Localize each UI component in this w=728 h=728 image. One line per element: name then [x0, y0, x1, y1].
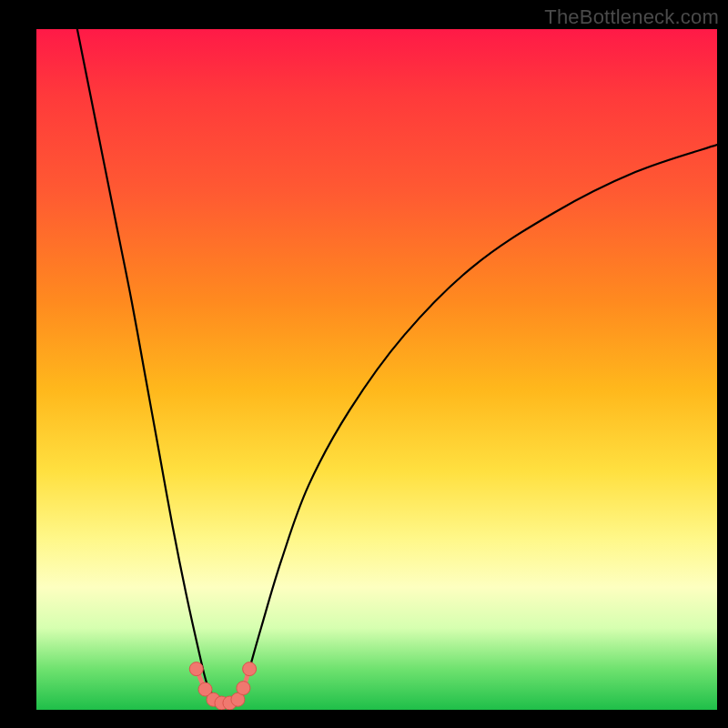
left-branch-curve [77, 29, 214, 696]
watermark-text: TheBottleneck.com [544, 5, 719, 29]
cluster-dot [243, 662, 257, 676]
plot-area [36, 29, 717, 710]
chart-frame: TheBottleneck.com [0, 0, 728, 728]
right-branch-curve [240, 145, 717, 696]
cluster-dot [237, 682, 250, 695]
curve-layer [36, 29, 717, 710]
bottom-cluster-markers [189, 662, 256, 710]
cluster-dot [189, 662, 203, 676]
